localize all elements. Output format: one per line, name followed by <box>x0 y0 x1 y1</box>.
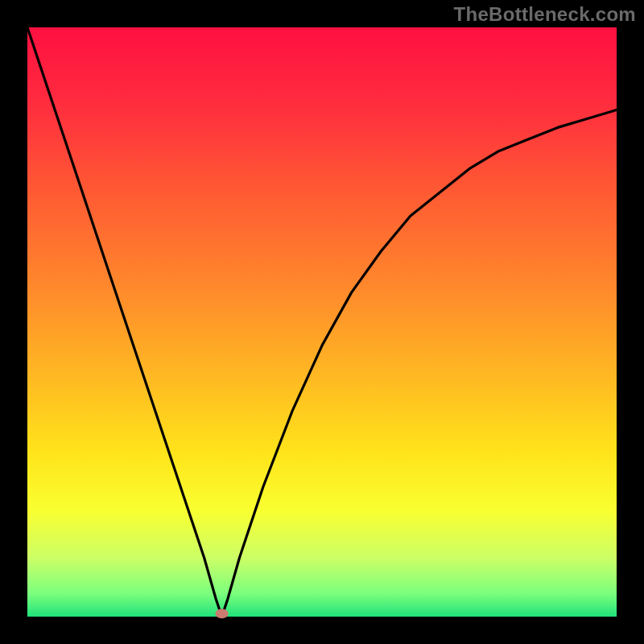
chart-container: TheBottleneck.com <box>0 0 644 644</box>
chart-svg <box>0 0 644 644</box>
optimal-marker-icon <box>216 609 229 618</box>
plot-background <box>27 27 617 617</box>
watermark-text: TheBottleneck.com <box>454 3 636 26</box>
